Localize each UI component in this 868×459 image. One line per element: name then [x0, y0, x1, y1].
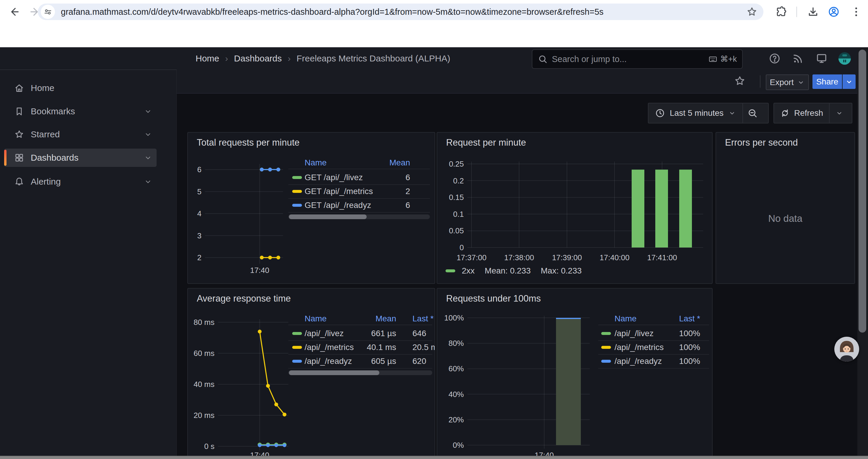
svg-text:0: 0: [460, 243, 464, 252]
breadcrumb-item[interactable]: Home: [195, 54, 219, 64]
legend-row-name[interactable]: GET /api/_/livez: [305, 173, 363, 182]
chevron-down-icon: [845, 78, 853, 86]
browser-menu-icon[interactable]: [850, 6, 862, 18]
legend-scrollbar-thumb[interactable]: [289, 215, 367, 219]
sidebar-item-dashboards[interactable]: Dashboards: [4, 149, 157, 167]
series-color-pill[interactable]: [292, 204, 302, 207]
sidebar-item-home[interactable]: Home: [4, 79, 157, 97]
series-color-pill[interactable]: [601, 346, 611, 349]
series-name: 2xx: [462, 266, 475, 275]
legend-row-name[interactable]: /api/_/metrics: [615, 342, 664, 352]
profile-icon[interactable]: [828, 6, 840, 18]
news-rss-icon[interactable]: [792, 52, 804, 65]
url-text[interactable]: grafana.mathmast.com/d/deytv4rwavabkb/fr…: [61, 4, 603, 20]
legend-row-name[interactable]: /api/_/readyz: [305, 357, 352, 366]
table-divider: [598, 340, 709, 341]
toolbar-separator: [796, 6, 797, 17]
grafana-top-nav: Home›Dashboards›Freeleaps Metrics Dashbo…: [0, 47, 868, 70]
favorite-star-icon[interactable]: [734, 75, 746, 87]
breadcrumb-item[interactable]: Dashboards: [234, 54, 282, 64]
legend-header-mean[interactable]: Mean: [390, 158, 410, 167]
legend-bottom[interactable]: 2xx Mean: 0.233 Max: 0.233: [445, 266, 582, 275]
search-shortcut: ⌘+k: [708, 54, 737, 64]
user-avatar[interactable]: [838, 52, 851, 65]
chart-request-per-minute[interactable]: 0.250.20.150.10.05017:37:0017:38:0017:39…: [437, 133, 712, 283]
export-button[interactable]: Export: [766, 74, 809, 90]
panel-errors-per-second[interactable]: Errors per second No data: [716, 132, 855, 284]
search-input[interactable]: Search or jump to... ⌘+k: [532, 49, 743, 69]
sidebar-item-label: Home: [31, 83, 157, 93]
panel-total-requests[interactable]: Total requests per minute 6543217:40 Nam…: [187, 132, 435, 284]
chevron-down-icon: [144, 130, 152, 139]
legend-table: NameMeanLast */api/_/livez661 µs646/api/…: [188, 289, 435, 459]
floating-assistant-avatar[interactable]: [834, 337, 859, 362]
legend-row-mean: 2: [405, 187, 410, 196]
back-icon[interactable]: [8, 6, 20, 18]
legend-scrollbar-thumb[interactable]: [289, 370, 379, 375]
panel-request-per-minute[interactable]: Request per minute 0.250.20.150.10.05017…: [437, 132, 713, 284]
apps-icon: [14, 153, 24, 163]
refresh-interval-button[interactable]: [830, 103, 849, 123]
bookmark-star-icon[interactable]: [746, 6, 757, 18]
legend-header-last[interactable]: Last *: [679, 314, 700, 323]
active-indicator: [4, 150, 6, 166]
refresh-icon: [780, 108, 790, 118]
page-scrollbar-thumb[interactable]: [859, 50, 866, 333]
panel-avg-response-time[interactable]: Average response time 80 ms60 ms40 ms20 …: [187, 288, 435, 459]
series-color-pill[interactable]: [292, 176, 302, 179]
series-color-pill[interactable]: [292, 360, 302, 363]
panel-requests-under-100ms[interactable]: Requests under 100ms 100%80%60%40%20%0%1…: [437, 288, 713, 459]
time-range-picker[interactable]: Last 5 minutes: [649, 103, 742, 123]
legend-header-mean[interactable]: Mean: [375, 314, 396, 323]
extensions-icon[interactable]: [775, 6, 786, 18]
legend-row-name[interactable]: GET /api/_/metrics: [305, 187, 373, 196]
legend-row-name[interactable]: /api/_/readyz: [615, 357, 662, 366]
chevron-down-icon: [144, 107, 152, 116]
legend-row-name[interactable]: /api/_/livez: [305, 329, 344, 338]
refresh-button[interactable]: Refresh: [774, 103, 829, 123]
site-info-icon[interactable]: [43, 7, 52, 16]
table-divider: [598, 325, 709, 325]
series-color-pill[interactable]: [292, 346, 302, 349]
svg-text:0.2: 0.2: [453, 176, 464, 185]
svg-text:0.1: 0.1: [453, 210, 464, 219]
series-color-pill[interactable]: [292, 190, 302, 193]
sidebar-item-alerting[interactable]: Alerting: [4, 172, 157, 191]
share-button[interactable]: Share: [812, 74, 842, 89]
legend-header-name[interactable]: Name: [305, 314, 327, 323]
address-bar[interactable]: grafana.mathmast.com/d/deytv4rwavabkb/fr…: [38, 4, 764, 20]
svg-text:0.05: 0.05: [449, 226, 464, 235]
site-info-chip[interactable]: [41, 5, 55, 19]
legend-header-last[interactable]: Last *: [412, 314, 434, 323]
zoom-out-button[interactable]: [743, 103, 762, 123]
sidebar-item-starred[interactable]: Starred: [4, 125, 157, 143]
svg-text:0.15: 0.15: [449, 193, 464, 202]
window-bottom-scrollbar[interactable]: [0, 456, 868, 459]
sidebar-item-label: Dashboards: [31, 153, 144, 163]
table-divider: [288, 340, 432, 341]
legend-header-name[interactable]: Name: [305, 158, 327, 167]
legend-row-name[interactable]: /api/_/livez: [615, 329, 653, 338]
help-icon[interactable]: [769, 52, 781, 65]
series-color-pill[interactable]: [601, 360, 611, 363]
legend-row-mean: 661 µs: [371, 329, 396, 338]
legend-header-name[interactable]: Name: [615, 314, 637, 323]
legend-row-last: 620: [412, 357, 426, 366]
sidebar-item-bookmarks[interactable]: Bookmarks: [4, 102, 157, 121]
legend-row-name[interactable]: GET /api/_/readyz: [305, 201, 371, 210]
svg-text:17:40:00: 17:40:00: [599, 253, 629, 262]
series-color-pill[interactable]: [601, 332, 611, 335]
star-icon: [14, 129, 24, 139]
sidebar-nav: HomeBookmarksStarredDashboardsAlerting: [0, 47, 176, 459]
legend-row-name[interactable]: /api/_/metrics: [305, 342, 354, 352]
share-menu-button[interactable]: [843, 74, 856, 89]
downloads-icon[interactable]: [807, 6, 819, 18]
table-divider: [288, 354, 432, 355]
refresh-controls: Refresh: [773, 103, 852, 124]
series-color-pill[interactable]: [292, 332, 302, 335]
kiosk-monitor-icon[interactable]: [815, 52, 828, 65]
table-divider: [288, 169, 430, 169]
breadcrumb-item[interactable]: Freeleaps Metrics Dashboard (ALPHA): [297, 54, 450, 64]
keyboard-icon: [708, 55, 718, 64]
svg-text:17:38:00: 17:38:00: [504, 253, 534, 262]
